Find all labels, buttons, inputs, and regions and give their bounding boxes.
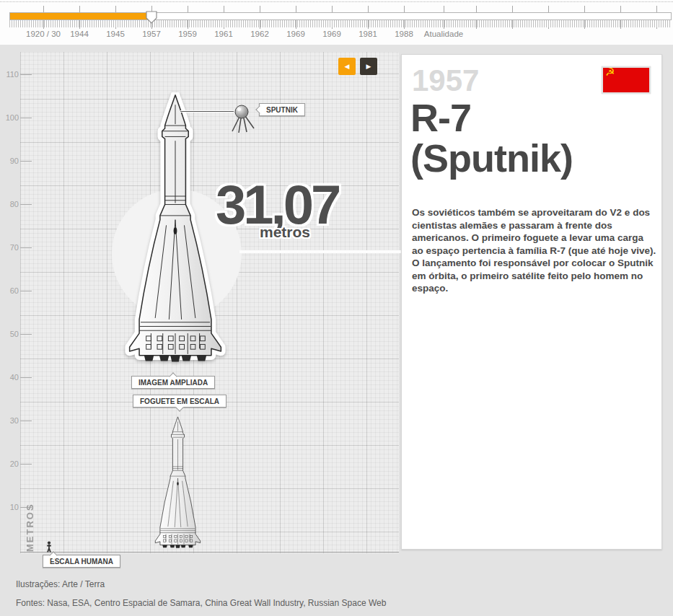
axis-tick-70: 70 [0, 243, 35, 252]
sources-credit: Fontes: Nasa, ESA, Centro Espacial de Sa… [16, 598, 386, 608]
previous-button[interactable]: ◀ [338, 58, 356, 75]
axis-tick-30: 30 [0, 416, 35, 425]
sputnik-label: SPUTNIK [259, 103, 305, 116]
panel-year: 1957 [412, 63, 479, 98]
infographic-stage: 1920 / 301944194519571959196119621969196… [0, 0, 673, 616]
enlarged-image-label: IMAGEM AMPLIADA [131, 376, 215, 389]
axis-tick-60: 60 [0, 286, 35, 295]
timeline-track[interactable] [9, 12, 672, 20]
ussr-flag: ☭ [602, 66, 651, 94]
timeline-year-12[interactable]: Atualidade [424, 30, 463, 38]
illustrations-credit: Ilustrações: Arte / Terra [16, 579, 105, 589]
timeline-year-2[interactable]: 1944 [70, 30, 89, 38]
timeline-year-8[interactable]: 1969 [286, 30, 305, 38]
axis-tick-90: 90 [0, 157, 35, 165]
human-scale-label: ESCALA HUMANA [43, 555, 120, 568]
timeline-year-1[interactable]: 1920 / 30 [26, 30, 61, 38]
timeline-dotted-divider [0, 1, 673, 2]
timeline-progress-fill [10, 13, 149, 19]
axis-tick-40: 40 [0, 373, 35, 382]
timeline-ruler [9, 20, 672, 27]
ground-line [20, 552, 399, 553]
meters-axis-title: METROS [25, 501, 35, 552]
axis-tick-100: 100 [0, 113, 35, 122]
rocket-to-scale-label: FOGUETE EM ESCALA [133, 395, 226, 408]
rocket-illustration-enlarged [123, 92, 228, 369]
rocket-illustration-to-scale [152, 415, 203, 552]
panel-description: Os soviéticos também se aproveitaram do … [412, 206, 657, 295]
axis-tick-80: 80 [0, 200, 35, 208]
timeline-slider-bar: 1920 / 301944194519571959196119621969196… [0, 0, 673, 45]
rocket-height-unit: metros [260, 224, 310, 241]
axis-tick-20: 20 [0, 459, 35, 468]
timeline-year-5[interactable]: 1959 [178, 30, 197, 38]
info-panel: 1957 ☭ R-7 (Sputnik) Os soviéticos també… [401, 54, 662, 550]
timeline-year-10[interactable]: 1981 [359, 30, 377, 38]
timeline-year-6[interactable]: 1961 [214, 30, 233, 38]
timeline-year-9[interactable]: 1969 [322, 30, 341, 38]
timeline-year-4[interactable]: 1957 [142, 30, 161, 38]
hammer-sickle-icon: ☭ [605, 66, 615, 79]
human-figure-icon [45, 541, 53, 553]
timeline-year-11[interactable]: 1988 [395, 30, 413, 38]
timeline-year-3[interactable]: 1945 [106, 30, 125, 38]
next-button[interactable]: ▶ [360, 58, 377, 75]
axis-tick-50: 50 [0, 330, 35, 338]
axis-tick-110: 110 [0, 70, 35, 79]
panel-connector-line [239, 250, 401, 253]
timeline-slider-handle[interactable] [146, 11, 157, 24]
timeline-year-7[interactable]: 1962 [250, 30, 269, 38]
panel-title-line2: (Sputnik) [410, 136, 573, 180]
panel-title-line1: R-7 [410, 95, 471, 140]
sputnik-leader-line [180, 110, 234, 113]
